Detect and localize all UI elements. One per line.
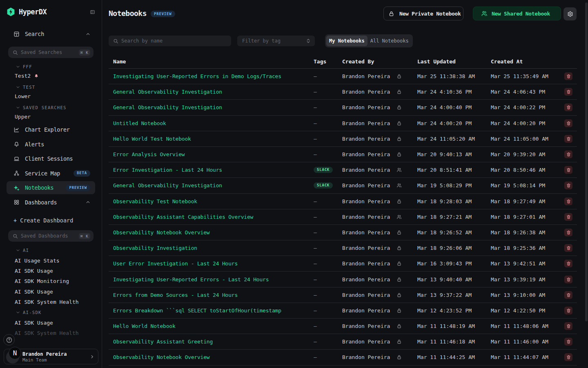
notebook-link[interactable]: General Observability Investigation (113, 182, 222, 188)
sidebar-nav-item[interactable]: Chart Explorer (7, 123, 95, 136)
new-shared-notebook-button[interactable]: New Shared Notebook (473, 7, 561, 20)
search-by-name-input[interactable]: Search by name (109, 36, 231, 46)
table-row: General Observability Investigation — Br… (109, 84, 577, 100)
delete-notebook-button[interactable] (564, 72, 572, 80)
notebook-link[interactable]: Hello World Notebook (113, 323, 176, 329)
notebook-link[interactable]: Untitled Notebook (113, 120, 166, 126)
sidebar-nav-item[interactable]: Client Sessions (7, 152, 95, 165)
dashboard-item[interactable]: AI SDK Usage (7, 287, 98, 297)
table-row: Observability Test Notebook — Brandon Pe… (109, 194, 577, 209)
search-icon (13, 233, 18, 239)
delete-notebook-button[interactable] (564, 166, 572, 174)
notebook-link[interactable]: Observability Notebook Overview (113, 229, 209, 236)
sidebar-nav-item[interactable]: Alerts (7, 138, 95, 151)
new-private-notebook-button[interactable]: New Private Notebook (383, 7, 463, 20)
delete-notebook-button[interactable] (564, 182, 572, 189)
delete-notebook-button[interactable] (564, 150, 572, 158)
lock-icon (396, 261, 402, 266)
dashboard-item[interactable]: AI SDK Usage (7, 318, 98, 328)
trash-icon (566, 261, 571, 266)
dashboard-group-header[interactable]: AI-SDK (7, 307, 98, 317)
saved-search-item[interactable]: Test2 (7, 71, 98, 81)
settings-button[interactable] (564, 7, 577, 20)
created-at-cell: Mar 11 11:46:00 AM (491, 339, 564, 345)
saved-searches-list: FFF Test2 TEST Lower (7, 60, 98, 121)
saved-search-group-header[interactable]: FFF (7, 62, 98, 71)
notebook-link[interactable]: Error Analysis Overview (113, 151, 185, 157)
notebook-link[interactable]: Errors from Demo Sources - Last 24 Hours (113, 292, 238, 298)
delete-notebook-button[interactable] (564, 276, 572, 283)
gear-icon (567, 11, 574, 18)
created-at-cell: Mar 18 9:27:49 AM (491, 198, 564, 204)
sidebar-nav-item[interactable]: Dashboards (7, 196, 95, 209)
notification-bubble[interactable]: N (9, 347, 21, 359)
delete-notebook-button[interactable] (564, 322, 572, 330)
delete-notebook-button[interactable] (564, 353, 572, 361)
notebook-link[interactable]: General Observability Investigation (113, 89, 222, 95)
last-updated-cell: Mar 18 9:27:21 AM (417, 214, 491, 220)
delete-notebook-button[interactable] (564, 338, 572, 346)
dashboard-item[interactable]: AI Usage Stats (7, 255, 98, 265)
create-dashboard-button[interactable]: + Create Dashboard (13, 217, 73, 224)
help-button[interactable] (3, 334, 15, 346)
dashboard-label: AI SDK Usage (15, 289, 53, 295)
notebook-link[interactable]: Investigating User-Reported Errors in De… (113, 73, 281, 79)
dashboard-item[interactable]: AI SDK System Health (7, 328, 98, 338)
created-at-cell: Mar 18 9:25:36 AM (491, 245, 564, 251)
notebook-link[interactable]: Hello World Test Notebook (113, 136, 191, 142)
notebook-link[interactable]: Observability Test Notebook (113, 198, 197, 204)
delete-notebook-button[interactable] (564, 103, 572, 111)
dashboard-item[interactable]: AI SDK System Health (7, 297, 98, 307)
created-at-cell: Mar 19 5:08:14 PM (491, 182, 564, 188)
trash-icon (566, 183, 571, 188)
notebook-link[interactable]: Investigating User-Reported Errors - Las… (113, 276, 269, 283)
collapse-sidebar-icon[interactable] (90, 9, 95, 15)
sidebar-item-search[interactable]: Search (7, 27, 95, 40)
notebook-link[interactable]: User Error Investigation - Last 24 Hours (113, 260, 238, 267)
notebook-link[interactable]: Observability Assistant Greeting (113, 339, 213, 345)
tag-badge: SLACK (314, 167, 333, 173)
sidebar-nav-item[interactable]: Notebooks PREVIEW (7, 181, 95, 194)
filter-by-tag-select[interactable]: Filter by tag (237, 36, 315, 46)
dashboard-group-header[interactable]: AI (7, 245, 98, 255)
dashboard-item[interactable]: AI SDK Usage (7, 266, 98, 276)
table-row: Observability Notebook Overview — Brando… (109, 225, 577, 240)
delete-notebook-button[interactable] (564, 291, 572, 299)
notebook-link[interactable]: Error Investigation - Last 24 Hours (113, 167, 222, 173)
group-label: TEST (23, 85, 36, 90)
created-at-cell: Mar 24 4:06:43 PM (491, 89, 564, 95)
saved-search-group-header[interactable]: SAVED SEARCHES (7, 103, 98, 112)
sidebar-nav-item[interactable]: Service Map BETA (7, 167, 95, 180)
saved-search-item[interactable]: Lower (7, 92, 98, 101)
saved-dashboards-input[interactable]: Saved Dashboards ⌘ K (8, 230, 94, 242)
delete-notebook-button[interactable] (564, 229, 572, 236)
notebook-link[interactable]: Observability Investigation (113, 245, 197, 251)
delete-notebook-button[interactable] (564, 260, 572, 267)
sidebar-item-label: Alerts (25, 141, 44, 148)
dashboard-item[interactable]: AI SDK Monitoring (7, 276, 98, 286)
saved-searches-input[interactable]: Saved Searches ⌘ K (8, 47, 94, 58)
saved-search-item[interactable]: Upper (7, 112, 98, 121)
notebook-link[interactable]: Observability Notebook Overview (113, 354, 209, 360)
delete-notebook-button[interactable] (564, 135, 572, 143)
delete-notebook-button[interactable] (564, 307, 572, 314)
saved-search-group-header[interactable]: TEST (7, 82, 98, 92)
delete-notebook-button[interactable] (564, 244, 572, 252)
table-body: Investigating User-Reported Errors in De… (109, 69, 577, 366)
notebook-link[interactable]: Observability Assistant Capabilities Ove… (113, 214, 253, 220)
last-updated-cell: Mar 13 9:40:40 AM (417, 276, 491, 283)
delete-notebook-button[interactable] (564, 213, 572, 221)
delete-notebook-button[interactable] (564, 197, 572, 205)
last-updated-cell: Mar 18 9:26:52 AM (417, 229, 491, 236)
delete-notebook-button[interactable] (564, 88, 572, 96)
creator-name: Brandon Pereira (342, 214, 390, 220)
trash-icon (566, 90, 571, 94)
scope-tab[interactable]: All Notebooks (368, 36, 412, 46)
delete-notebook-button[interactable] (564, 119, 572, 127)
scope-tab[interactable]: My Notebooks (326, 36, 368, 46)
saved-search-group: FFF Test2 (7, 60, 98, 81)
notebook-link[interactable]: General Observability Investigation (113, 104, 222, 110)
scrollbar-thumb[interactable] (585, 2, 588, 321)
notebook-link[interactable]: Errors Breakdown ```sql SELECT toStartOf… (113, 307, 281, 314)
saved-search-group: SAVED SEARCHES Upper (7, 101, 98, 121)
